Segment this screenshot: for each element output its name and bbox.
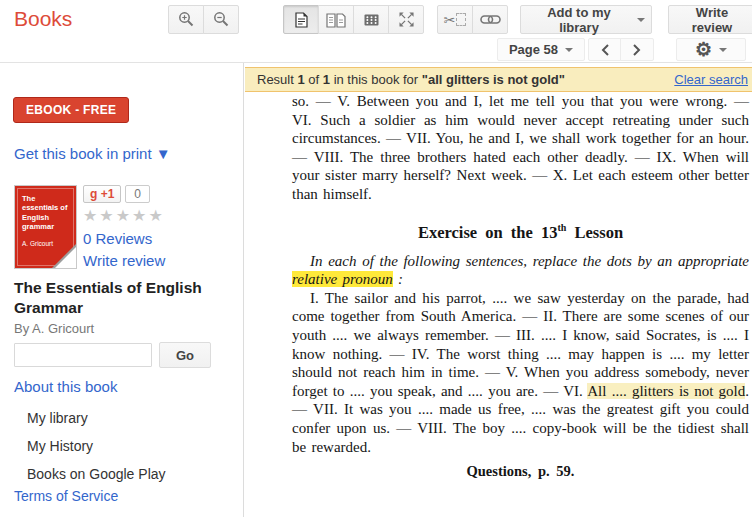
exercise-instructions: In each of the following sentences, repl… — [292, 252, 749, 289]
add-to-library-button[interactable]: Add to my library — [520, 5, 652, 34]
chevron-down-icon — [565, 48, 573, 52]
zoom-in-icon — [178, 11, 195, 28]
page-curl-icon — [55, 247, 76, 268]
chevron-down-icon — [719, 48, 727, 52]
clear-search-link[interactable]: Clear search — [674, 72, 748, 87]
ebook-free-button[interactable]: EBOOK - FREE — [13, 97, 129, 123]
chevron-down-icon — [637, 18, 645, 22]
reviews-count-link[interactable]: 0 Reviews — [83, 230, 165, 247]
zoom-out-icon — [213, 11, 230, 28]
search-result-banner: Result 1 of 1 in this book for "all glit… — [245, 67, 752, 92]
search-input[interactable] — [14, 343, 152, 367]
next-page-button[interactable] — [620, 38, 654, 61]
chevron-right-icon — [632, 43, 642, 57]
zoom-in-button[interactable] — [168, 5, 204, 34]
page-selector-dropdown[interactable]: Page 58 — [497, 38, 585, 61]
plus-one-count-badge: 0 — [125, 185, 150, 203]
two-page-icon — [326, 12, 346, 28]
add-to-library-label: Add to my library — [527, 5, 631, 35]
clip-link-controls: ✂ — [437, 5, 508, 34]
write-review-label: Write review — [675, 5, 749, 35]
settings-button[interactable]: ⚙ — [676, 38, 746, 61]
book-title: The Essentials of English Grammar — [14, 278, 224, 318]
sidebar-item-my-library[interactable]: My library — [27, 410, 88, 426]
book-cover-thumbnail: The essentials of English grammar A. Gri… — [14, 185, 77, 269]
lesson-heading: Exercise on the 13th Lesson — [292, 219, 749, 242]
chevron-left-icon — [600, 43, 610, 57]
book-author-byline: By A. Gricourt — [14, 321, 94, 336]
gear-icon: ⚙ — [695, 40, 712, 59]
sidebar: EBOOK - FREE Get this book in print ▼ Th… — [0, 62, 244, 517]
sidebar-write-review-link[interactable]: Write review — [83, 252, 165, 269]
chain-link-icon — [480, 13, 501, 26]
thumbnail-view-button[interactable] — [353, 5, 389, 34]
search-in-book: Go — [14, 342, 211, 368]
get-book-in-print-link[interactable]: Get this book in print ▼ — [14, 145, 171, 162]
two-page-view-button[interactable] — [318, 5, 354, 34]
cover-title-text: The essentials of English grammar — [18, 189, 73, 232]
sidebar-item-books-on-google-play[interactable]: Books on Google Play — [27, 466, 166, 482]
fullscreen-icon — [399, 12, 414, 27]
zoom-out-button[interactable] — [203, 5, 239, 34]
single-page-icon — [295, 12, 308, 28]
google-books-reader: Books — [0, 0, 752, 517]
search-result-text: Result 1 of 1 in this book for "all glit… — [257, 72, 565, 87]
about-this-book-link[interactable]: About this book — [14, 378, 117, 395]
previous-page-button[interactable] — [588, 38, 622, 61]
book-page-scan: so. — V. Between you and I, let me tell … — [245, 92, 752, 481]
page-selector-label: Page 58 — [509, 42, 558, 57]
page-paragraph: so. — V. Between you and I, let me tell … — [292, 92, 749, 204]
books-logo[interactable]: Books — [14, 7, 72, 31]
link-button[interactable] — [472, 5, 508, 34]
exercise-sentences: I. The sailor and his parrot, .... we sa… — [292, 289, 749, 456]
zoom-controls — [168, 5, 239, 34]
clip-selection-box — [456, 13, 466, 26]
write-review-button[interactable]: Write review — [668, 5, 752, 34]
toolbar: Books — [0, 0, 752, 63]
terms-of-service-link[interactable]: Terms of Service — [14, 488, 118, 504]
star-rating-icons: ★★★★★ — [83, 206, 165, 225]
single-page-view-button[interactable] — [283, 5, 319, 34]
view-mode-controls — [283, 5, 424, 34]
fullscreen-button[interactable] — [388, 5, 424, 34]
google-plus-one-button[interactable]: g +1 — [83, 185, 121, 203]
clip-button[interactable]: ✂ — [437, 5, 473, 34]
questions-reference: Questions, p. 59. — [292, 462, 749, 481]
scissors-icon: ✂ — [444, 13, 456, 27]
go-button[interactable]: Go — [159, 342, 211, 368]
social-block: g +1 0 ★★★★★ 0 Reviews Write review — [83, 185, 165, 269]
thumbnail-grid-icon — [364, 14, 379, 26]
sidebar-item-my-history[interactable]: My History — [27, 438, 93, 454]
reader-pane: Result 1 of 1 in this book for "all glit… — [245, 62, 752, 517]
